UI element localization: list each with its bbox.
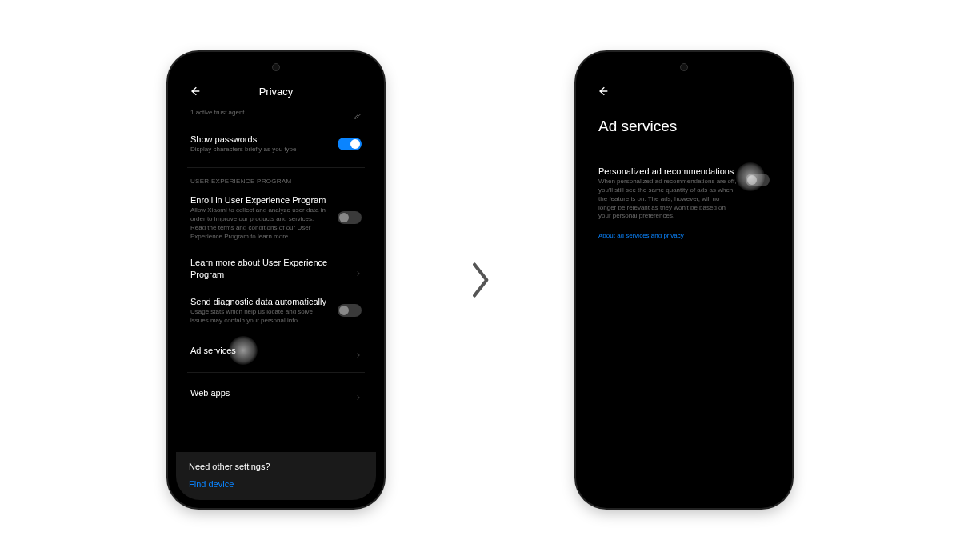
footer-title: Need other settings?: [189, 462, 363, 471]
back-arrow-icon[interactable]: [595, 83, 611, 99]
screen-ad-services: Ad services Personalized ad recommendati…: [584, 60, 784, 500]
about-ad-services-link[interactable]: About ad services and privacy: [595, 229, 773, 242]
trust-agent-row[interactable]: 1 active trust agent: [187, 108, 365, 126]
ad-services-row[interactable]: Ad services: [187, 334, 365, 367]
chevron-right-icon: [355, 347, 362, 354]
screen-privacy: Privacy 1 active trust agent Show passwo…: [176, 60, 376, 500]
enroll-row[interactable]: Enroll in User Experience Program Allow …: [187, 186, 365, 249]
chevron-right-icon: [355, 390, 362, 396]
chevron-right-icon: [355, 266, 362, 272]
divider: [187, 372, 365, 373]
personalized-ads-row[interactable]: Personalized ad recommendations When per…: [595, 158, 773, 229]
section-label-uep: USER EXPERIENCE PROGRAM: [187, 173, 365, 186]
show-passwords-toggle[interactable]: [338, 138, 362, 150]
divider: [187, 167, 365, 168]
edit-icon[interactable]: [354, 109, 362, 117]
page-title: Ad services: [598, 118, 770, 135]
enroll-toggle[interactable]: [338, 211, 362, 224]
header: [595, 79, 773, 103]
show-passwords-title: Show passwords: [190, 134, 330, 145]
trust-agent-caption: 1 active trust agent: [190, 109, 346, 118]
diagnostic-title: Send diagnostic data automatically: [190, 296, 330, 307]
diagnostic-row[interactable]: Send diagnostic data automatically Usage…: [187, 288, 365, 334]
show-passwords-row[interactable]: Show passwords Display characters briefl…: [187, 126, 365, 162]
personalized-ads-desc: When personalized ad recommendations are…: [598, 178, 738, 221]
footer-panel: Need other settings? Find device: [176, 452, 376, 500]
enroll-title: Enroll in User Experience Program: [190, 194, 330, 206]
personalized-ads-title: Personalized ad recommendations: [598, 166, 738, 177]
diagnostic-toggle[interactable]: [338, 304, 362, 317]
web-apps-row[interactable]: Web apps: [187, 378, 365, 408]
diagnostic-desc: Usage stats which help us locate and sol…: [190, 308, 330, 326]
page-title: Privacy: [187, 86, 365, 98]
find-device-link[interactable]: Find device: [189, 479, 363, 489]
learn-more-title: Learn more about User Experience Program: [190, 257, 347, 280]
header: Privacy: [187, 79, 365, 103]
phone-right: Ad services Personalized ad recommendati…: [576, 52, 792, 508]
web-apps-title: Web apps: [190, 387, 347, 398]
personalized-ads-toggle[interactable]: [746, 174, 770, 186]
phone-left: Privacy 1 active trust agent Show passwo…: [168, 52, 384, 508]
enroll-desc: Allow Xiaomi to collect and analyze user…: [190, 206, 330, 241]
learn-more-row[interactable]: Learn more about User Experience Program: [187, 249, 365, 288]
show-passwords-desc: Display characters briefly as you type: [190, 146, 330, 154]
ad-services-title: Ad services: [190, 345, 347, 356]
flow-arrow-icon: [464, 264, 496, 296]
